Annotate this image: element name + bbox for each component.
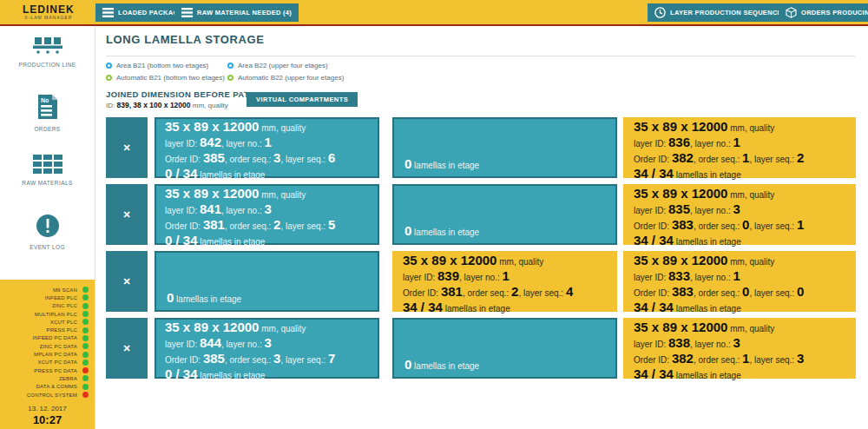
svg-text:No: No [41, 97, 49, 103]
status-item-label: PRESS PC DATA [34, 368, 77, 373]
status-dot [82, 287, 89, 293]
etage-card[interactable]: 35 x 89 x 12000 mm, quality layer ID: 83… [623, 117, 856, 178]
etage-layer: layer ID: 833, layer no.: 1 [634, 269, 845, 285]
status-item: M9 SCAN [0, 286, 95, 294]
status-dot [82, 360, 89, 366]
legend-radio-icon [106, 75, 112, 81]
list-icon [181, 8, 193, 17]
sidebar-item-raw-materials[interactable]: RAW MATERIALS [0, 155, 95, 186]
storage-row: ✕ 0 lamellas in etage 35 x 89 x 12000 mm… [106, 251, 856, 312]
status-item-label: INFEED PC DATA [32, 335, 77, 340]
status-item: ZINC PC DATA [0, 342, 95, 350]
status-item-label: MPLAN PC DATA [34, 352, 77, 357]
etage-card-empty[interactable]: 0 lamellas in etage [392, 117, 617, 178]
sidebar-item-production-line[interactable]: PRODUCTION LINE [0, 35, 95, 68]
status-item-label: MULTIPLAN PLC [35, 312, 77, 317]
status-item-label: PRESS PLC [47, 327, 77, 333]
legend-label: Automatic B21 (bottom two etages) [116, 74, 225, 82]
ledinek-logo: LEDINEK X-LAM MANAGER [23, 5, 75, 20]
status-item: INFEED PLC [0, 294, 95, 301]
etage-count: 0 lamellas in etage [167, 291, 241, 307]
etage-order: Order ID: 385, order seq.: 3, layer seq.… [165, 151, 369, 167]
etage-layer: layer ID: 836, layer no.: 1 [634, 135, 845, 151]
etage-count: 0 lamellas in etage [404, 157, 479, 173]
status-dot [82, 327, 89, 333]
remove-etage-button[interactable]: ✕ [106, 184, 148, 245]
logo-subtitle: X-LAM MANAGER [23, 15, 75, 20]
etage-count: 34 / 34 lamellas in etage [634, 367, 845, 383]
raw-materials-icon [33, 162, 62, 176]
etage-order: Order ID: 385, order seq.: 3, layer seq.… [165, 352, 369, 367]
title-divider [106, 56, 855, 56]
etage-card-empty[interactable]: 0 lamellas in etage [392, 184, 617, 245]
sidebar-item-label: EVENT LOG [0, 244, 95, 250]
sidebar-item-orders[interactable]: No ORDERS [0, 94, 95, 132]
etage-order: Order ID: 383, order seq.: 0, layer seq.… [634, 285, 845, 300]
remove-etage-button[interactable]: ✕ [106, 318, 148, 379]
etage-dimension: 35 x 89 x 12000 mm, quality [165, 120, 369, 135]
etage-card[interactable]: 35 x 89 x 12000 mm, quality layer ID: 83… [623, 318, 856, 379]
status-dot [82, 367, 89, 373]
etage-order: Order ID: 381, order seq.: 2, layer seq.… [165, 218, 369, 234]
etage-count: 0 / 34 lamellas in etage [165, 367, 369, 383]
cube-icon [786, 7, 797, 18]
status-dot [82, 375, 89, 381]
etage-card[interactable]: 35 x 89 x 12000 mm, quality layer ID: 83… [623, 251, 856, 312]
status-item: ZEBRA [0, 374, 95, 382]
legend-radio[interactable]: Automatic B22 (upper four etages) [227, 74, 344, 82]
status-item-label: XCUT PLC [50, 320, 77, 325]
plc-status-list: M9 SCAN INFEED PLC ZINC PLC MULTIPLAN PL… [0, 286, 95, 399]
legend-radio[interactable]: Area B22 (upper four etages) [227, 62, 344, 69]
status-item-label: ZINC PC DATA [40, 344, 77, 349]
etage-dimension: 35 x 89 x 12000 mm, quality [634, 254, 845, 269]
legend-radio-icon [227, 75, 233, 81]
etage-count: 34 / 34 lamellas in etage [403, 300, 607, 316]
sidebar-item-label: RAW MATERIALS [0, 180, 95, 186]
remove-etage-button[interactable]: ✕ [106, 251, 148, 312]
logo-brand: LEDINEK [23, 5, 75, 15]
virtual-compartments-button[interactable]: VIRTUAL COMPARTMENTS [247, 92, 358, 107]
etage-count: 34 / 34 lamellas in etage [634, 300, 845, 316]
etage-card[interactable]: 35 x 89 x 12000 mm, quality layer ID: 83… [392, 251, 617, 312]
status-item: PRESS PC DATA [0, 366, 95, 374]
etage-card-empty[interactable]: 0 lamellas in etage [155, 251, 379, 312]
legend-label: Area B21 (bottom two etages) [116, 62, 208, 69]
etage-card[interactable]: 35 x 89 x 12000 mm, quality layer ID: 84… [155, 184, 379, 245]
legend-radio[interactable]: Automatic B21 (bottom two etages) [106, 74, 227, 82]
legend-label: Automatic B22 (upper four etages) [238, 74, 344, 82]
etage-dimension: 35 x 89 x 12000 mm, quality [634, 320, 845, 336]
status-item: PRESS PLC [0, 326, 95, 333]
raw-material-needed-button[interactable]: RAW MATERIAL NEEDED (4) [174, 3, 299, 22]
status-item-label: XCUT PC DATA [38, 360, 77, 365]
status-dot [82, 311, 89, 317]
remove-etage-button[interactable]: ✕ [106, 117, 148, 178]
etage-dimension: 35 x 89 x 12000 mm, quality [165, 187, 369, 202]
layer-production-sequence-label: LAYER PRODUCTION SEQUENCE (90) [670, 9, 797, 16]
orders-icon: No [37, 108, 58, 122]
orders-producing-label: ORDERS PRODUCING (10) [801, 9, 868, 16]
etage-card[interactable]: 35 x 89 x 12000 mm, quality layer ID: 84… [155, 318, 379, 379]
sidebar-item-event-log[interactable]: EVENT LOG [0, 214, 95, 250]
legend-radio-icon [106, 63, 112, 69]
etage-dimension: 35 x 89 x 12000 mm, quality [634, 120, 845, 135]
joined-dimension-id: ID: 839, 38 x 100 x 12000 mm, quality [106, 101, 228, 109]
etage-card-empty[interactable]: 0 lamellas in etage [392, 318, 617, 379]
status-dot [82, 352, 89, 358]
legend-radio[interactable]: Area B21 (bottom two etages) [106, 62, 227, 69]
status-dot [82, 392, 89, 398]
sidebar-item-label: ORDERS [0, 126, 95, 132]
etage-card[interactable]: 35 x 89 x 12000 mm, quality layer ID: 84… [155, 117, 379, 178]
status-item-label: ZINC PLC [52, 303, 77, 308]
etage-count: 34 / 34 lamellas in etage [634, 234, 845, 249]
etage-layer: layer ID: 842, layer no.: 1 [165, 135, 369, 151]
clock-icon [654, 7, 666, 18]
orders-producing-button[interactable]: ORDERS PRODUCING (10) [779, 3, 868, 22]
status-item-label: CONTROL SYSTEM [27, 393, 77, 398]
status-dot [82, 343, 89, 349]
storage-row: ✕ 35 x 89 x 12000 mm, quality layer ID: … [106, 117, 856, 178]
storage-row: ✕ 35 x 89 x 12000 mm, quality layer ID: … [106, 318, 856, 379]
etage-card[interactable]: 35 x 89 x 12000 mm, quality layer ID: 83… [623, 184, 856, 245]
status-item-label: ZEBRA [59, 376, 77, 381]
etage-order: Order ID: 382, order seq.: 1, layer seq.… [634, 352, 845, 367]
etage-dimension: 35 x 89 x 12000 mm, quality [165, 320, 369, 336]
